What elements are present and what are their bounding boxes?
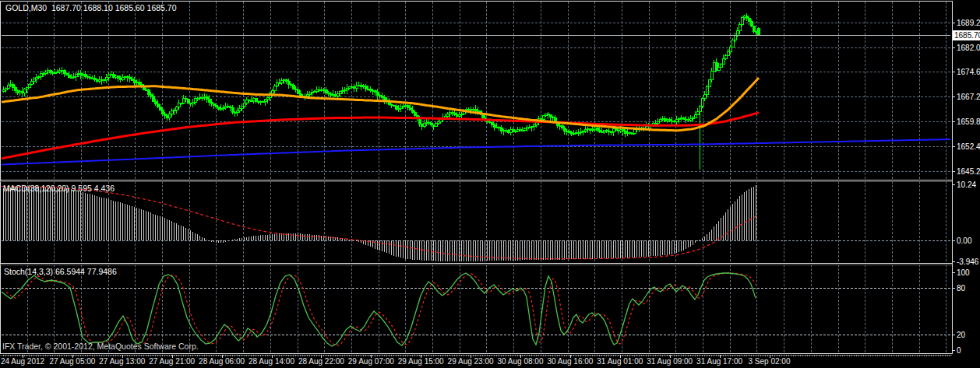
time-axis-label: 31 Aug 01:00: [597, 357, 643, 366]
chart-canvas[interactable]: 1689.201682.001674.601667.201659.801652.…: [0, 0, 980, 368]
time-axis-label: 28 Aug 22:00: [298, 357, 344, 366]
price-axis-label: 1667.20: [957, 93, 980, 101]
time-axis-label: 27 Aug 21:00: [149, 357, 195, 366]
stoch-axis-label: 0: [957, 346, 961, 355]
price-axis-label: 1659.80: [957, 117, 980, 126]
time-axis-label: 29 Aug 15:00: [398, 357, 444, 366]
stoch-axis-label: 20: [957, 331, 966, 339]
macd-indicator-label: MACD(38,120,20) 9.595 4.436: [3, 184, 115, 193]
price-axis-label: 1652.40: [957, 142, 980, 151]
time-axis-label: 24 Aug 2012: [1, 357, 45, 366]
time-axis-label: 28 Aug 06:00: [199, 357, 245, 366]
time-axis-label: 30 Aug 08:00: [498, 357, 544, 366]
price-axis-label: 1645.20: [957, 167, 980, 176]
copyright-label: IFX Trader, © 2001-2012, MetaQuotes Soft…: [2, 342, 199, 351]
panel-borders: [0, 1, 953, 356]
macd-axis-label: 10.24: [957, 180, 976, 189]
current-price-tag: 1685.70: [953, 30, 980, 40]
stoch-axis-label: 100: [957, 268, 970, 277]
macd-axis-label: -3.946: [957, 258, 979, 266]
price-axis-label: 1682.00: [957, 44, 980, 52]
time-axis-label: 3 Sep 02:00: [749, 357, 791, 366]
grid-lines: [2, 2, 950, 353]
time-axis-label: 31 Aug 17:00: [696, 357, 742, 366]
macd-histogram: [4, 185, 756, 261]
time-axis-label: 29 Aug 07:00: [348, 357, 394, 366]
time-axis-label: 31 Aug 09:00: [647, 357, 693, 366]
time-axis-label: 27 Aug 05:00: [49, 357, 95, 366]
time-axis-label: 30 Aug 16:00: [547, 357, 593, 366]
trading-chart-window: 1689.201682.001674.601667.201659.801652.…: [0, 0, 980, 368]
chart-title: GOLD,M30 1687.70 1688.10 1685.60 1685.70: [5, 3, 177, 12]
time-axis-label: 28 Aug 14:00: [249, 357, 294, 366]
price-axis-label: 1689.20: [957, 19, 980, 27]
time-axis-label: 27 Aug 13:00: [99, 357, 145, 366]
stoch-indicator-label: Stoch(14,3,3) 66.5944 77.9486: [4, 267, 117, 276]
stoch-axis-label: 80: [957, 284, 966, 293]
ma-medium-red-line: [2, 113, 759, 159]
candlesticks: [2, 13, 760, 170]
ma-slow-blue-line: [2, 139, 950, 165]
time-axis-label: 29 Aug 23:00: [448, 357, 494, 366]
ma-fast-orange-line: [2, 78, 759, 131]
price-axis-label: 1674.60: [957, 68, 980, 76]
macd-axis-label: 0.00: [957, 237, 972, 245]
